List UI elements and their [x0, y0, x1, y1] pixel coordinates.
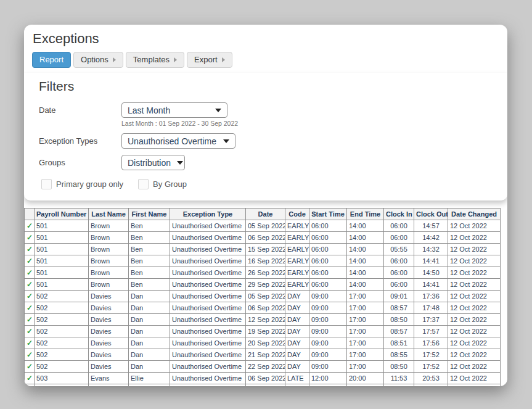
table-cell: DAY: [285, 337, 309, 349]
date-select[interactable]: Last Month: [121, 102, 227, 118]
table-cell: EARLY: [285, 244, 309, 255]
chevron-right-icon: [174, 57, 177, 62]
table-cell: 12 Oct 2022: [448, 361, 501, 373]
table-cell: 06:00: [309, 267, 347, 279]
table-cell: EARLY: [285, 267, 309, 279]
table-cell: Evans: [89, 373, 129, 384]
table-cell: 14:00: [347, 244, 384, 255]
table-cell: 29 Sep 2022: [246, 279, 285, 291]
table-cell: Brown: [89, 255, 129, 267]
table-cell: LATE: [285, 373, 309, 384]
row-checkbox[interactable]: ✓: [25, 384, 35, 387]
table-cell: Ben: [129, 232, 170, 244]
row-checkbox[interactable]: ✓: [25, 232, 35, 244]
table-cell: Dan: [129, 291, 170, 302]
primary-group-only-checkbox[interactable]: Primary group only: [41, 179, 123, 189]
table-cell: 09:00: [309, 337, 347, 349]
groups-select[interactable]: Distribution: [121, 155, 185, 170]
row-checkbox[interactable]: ✓: [25, 326, 35, 337]
table-cell: 12 Oct 2022: [448, 349, 501, 361]
table-cell: Davies: [89, 302, 129, 314]
column-header-exception-type: Exception Type: [170, 209, 246, 220]
table-cell: Ellie: [129, 384, 170, 387]
table-cell: Unauthorised Overtime: [170, 373, 246, 384]
row-checkbox[interactable]: ✓: [25, 349, 35, 361]
column-header-first-name: First Name: [129, 209, 170, 220]
date-filter-label: Date: [39, 102, 121, 115]
table-cell: 06 Sep 2022: [246, 232, 285, 244]
column-header-select: [25, 209, 35, 220]
results-area: Payroll NumberLast NameFirst NameExcepti…: [24, 208, 507, 386]
table-cell: 12 Oct 2022: [448, 314, 501, 326]
row-checkbox[interactable]: ✓: [25, 314, 35, 326]
row-checkbox[interactable]: ✓: [25, 220, 35, 232]
table-cell: Dan: [129, 349, 170, 361]
row-checkbox[interactable]: ✓: [25, 337, 35, 349]
row-checkbox[interactable]: ✓: [25, 302, 35, 314]
table-cell: 502: [35, 291, 89, 302]
tab-export[interactable]: Export: [187, 52, 232, 68]
table-cell: Brown: [89, 220, 129, 232]
by-group-checkbox[interactable]: By Group: [138, 179, 187, 189]
table-cell: 05 Sep 2022: [246, 291, 285, 302]
table-row: ✓501BrownBenUnauthorised Overtime06 Sep …: [25, 232, 501, 244]
row-checkbox[interactable]: ✓: [25, 373, 35, 384]
table-cell: EARLY: [285, 279, 309, 291]
table-cell: 17:00: [347, 302, 384, 314]
column-header-payroll-number: Payroll Number: [35, 209, 89, 220]
table-cell: 12 Oct 2022: [448, 337, 501, 349]
group-options-row: Primary group only By Group: [41, 179, 493, 189]
row-checkbox[interactable]: ✓: [25, 279, 35, 291]
row-checkbox[interactable]: ✓: [25, 291, 35, 302]
table-cell: 501: [35, 244, 89, 255]
table-cell: 11:53: [384, 373, 414, 384]
table-cell: 16 Sep 2022: [246, 255, 285, 267]
table-cell: 502: [35, 302, 89, 314]
table-row: ✓501BrownBenUnauthorised Overtime05 Sep …: [25, 220, 501, 232]
table-cell: 12 Oct 2022: [448, 373, 501, 384]
table-cell: 502: [35, 337, 89, 349]
table-cell: Unauthorised Overtime: [170, 279, 246, 291]
table-cell: 14:00: [347, 255, 384, 267]
table-cell: 17:36: [414, 291, 448, 302]
table-cell: Unauthorised Overtime: [170, 302, 246, 314]
table-cell: 11:50: [384, 384, 414, 387]
tab-options-label: Options: [81, 55, 108, 64]
table-cell: Ben: [129, 279, 170, 291]
table-row: ✓502DaviesDanUnauthorised Overtime12 Sep…: [25, 314, 501, 326]
table-cell: 17:56: [414, 337, 448, 349]
table-cell: 06 Sep 2022: [246, 373, 285, 384]
row-checkbox[interactable]: ✓: [25, 361, 35, 373]
table-cell: 14:00: [347, 220, 384, 232]
table-cell: Dan: [129, 302, 170, 314]
page-title: Exceptions: [33, 31, 507, 47]
tab-options[interactable]: Options: [73, 52, 123, 68]
date-select-value: Last Month: [128, 105, 170, 115]
table-cell: 501: [35, 232, 89, 244]
exception-types-select[interactable]: Unauthorised Overtime: [121, 133, 235, 149]
table-cell: 08:50: [384, 314, 414, 326]
table-cell: 06:00: [384, 279, 414, 291]
table-cell: Ben: [129, 267, 170, 279]
chevron-right-icon: [222, 57, 225, 62]
table-cell: 09:01: [384, 291, 414, 302]
table-cell: 09:00: [309, 326, 347, 337]
date-range-hint: Last Month : 01 Sep 2022 - 30 Sep 2022: [121, 120, 238, 127]
table-cell: Ben: [129, 244, 170, 255]
table-cell: 09:00: [309, 302, 347, 314]
row-checkbox[interactable]: ✓: [25, 267, 35, 279]
table-cell: 20:00: [347, 373, 384, 384]
table-cell: 12 Oct 2022: [448, 291, 501, 302]
row-checkbox[interactable]: ✓: [25, 255, 35, 267]
table-cell: 06:00: [309, 255, 347, 267]
table-row: ✓501BrownBenUnauthorised Overtime16 Sep …: [25, 255, 501, 267]
row-checkbox[interactable]: ✓: [25, 244, 35, 255]
table-cell: 06:00: [384, 267, 414, 279]
tab-templates[interactable]: Templates: [126, 52, 184, 68]
tab-report[interactable]: Report: [32, 52, 71, 68]
table-cell: 09:00: [309, 314, 347, 326]
table-cell: 503: [35, 384, 89, 387]
filter-row-exception-types: Exception Types Unauthorised Overtime: [39, 133, 493, 149]
table-cell: 503: [35, 373, 89, 384]
exceptions-table: Payroll NumberLast NameFirst NameExcepti…: [24, 208, 501, 386]
